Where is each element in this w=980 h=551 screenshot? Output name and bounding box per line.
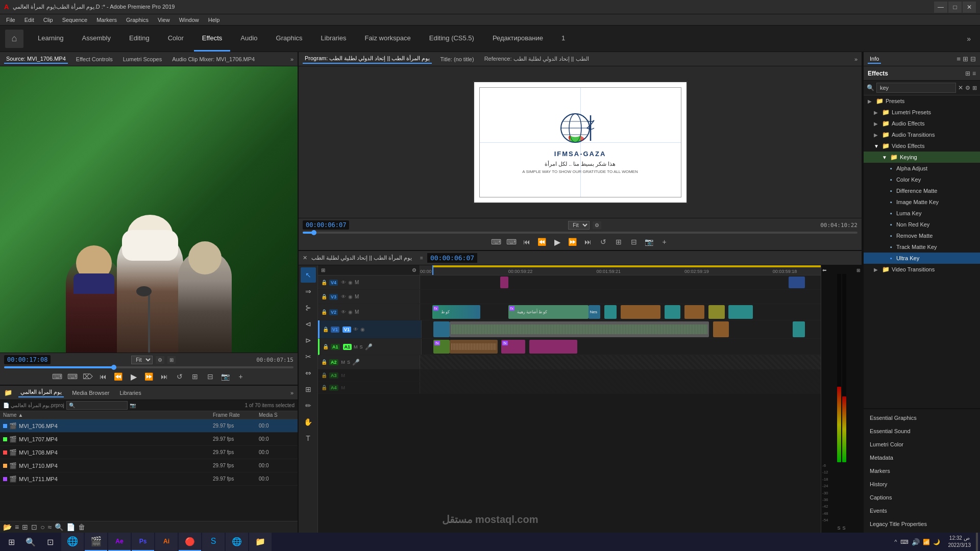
sync-icon-v1[interactable]: ◉ — [360, 327, 365, 332]
icon-view-btn[interactable]: ⊞ — [22, 523, 28, 531]
section-legacy-title[interactable]: Legacy Title Properties — [864, 517, 980, 531]
source-monitor-menu[interactable]: » — [290, 56, 293, 62]
nav-editing-cs55[interactable]: Editing (CS5.5) — [421, 26, 482, 52]
clip-a1-3[interactable]: fx — [501, 340, 525, 354]
section-history[interactable]: History — [864, 478, 980, 491]
menu-view[interactable]: View — [154, 16, 174, 24]
menu-help[interactable]: Help — [204, 16, 224, 24]
source-step-back-btn[interactable]: ⏪ — [112, 370, 125, 383]
project-item[interactable]: 🎬 MVI_1711.MP4 29.97 fps 00:0 — [0, 472, 298, 486]
source-mark-out-btn[interactable]: ⌨ — [66, 370, 79, 383]
menu-clip[interactable]: Clip — [39, 16, 57, 24]
taskbar-app-skype[interactable]: S — [202, 533, 225, 551]
menu-edit[interactable]: Edit — [20, 16, 38, 24]
project-item[interactable]: 🎬 MVI_1708.MP4 29.97 fps 00:0 — [0, 446, 298, 459]
section-essential-sound[interactable]: Essential Sound — [864, 424, 980, 438]
menu-window[interactable]: Window — [175, 16, 203, 24]
effects-view-toggle-btn[interactable]: ⊞ — [965, 70, 970, 77]
program-step-back-btn[interactable]: ⏪ — [536, 236, 548, 248]
tree-item-alpha-adjust[interactable]: ▪ Alpha Adjust — [864, 163, 980, 174]
tree-item-audio-effects[interactable]: ▶ 📁 Audio Effects — [864, 118, 980, 129]
nav-libraries[interactable]: Libraries — [313, 26, 355, 52]
tree-item-track-matte-key[interactable]: ▪ Track Matte Key — [864, 241, 980, 253]
start-button[interactable]: ⊞ — [2, 533, 20, 551]
a1-m-btn[interactable]: M — [354, 344, 358, 349]
source-overwrite-btn[interactable]: ⊟ — [204, 370, 216, 383]
clip-v1-main[interactable] — [450, 321, 709, 337]
source-add-btn[interactable]: + — [235, 370, 247, 383]
panel-collapse-btn[interactable]: ≡ — [957, 55, 961, 63]
lock-icon-a4[interactable]: 🔒 — [321, 385, 327, 390]
section-metadata[interactable]: Metadata — [864, 451, 980, 464]
nav-1[interactable]: 1 — [553, 26, 573, 52]
program-timecode[interactable]: 00:00:06:07 — [303, 220, 349, 230]
program-extract-btn[interactable]: ⊟ — [628, 236, 640, 248]
search-button[interactable]: 🔍 — [21, 533, 40, 551]
timeline-menu-icon[interactable]: ≡ — [420, 255, 423, 261]
eye-icon-v2[interactable]: 👁 — [341, 309, 346, 315]
tree-item-remove-matte[interactable]: ▪ Remove Matte — [864, 230, 980, 241]
menu-sequence[interactable]: Sequence — [58, 16, 92, 24]
taskbar-app-edge[interactable]: 🌐 — [61, 533, 84, 551]
section-lumetri-color[interactable]: Lumetri Color — [864, 438, 980, 451]
clip-v2-4[interactable] — [604, 305, 617, 319]
zoom-tool-btn[interactable]: T — [301, 431, 316, 446]
eye-icon-v3[interactable]: 👁 — [341, 294, 346, 299]
freeform-view-btn[interactable]: ⊡ — [31, 523, 37, 531]
source-play-btn[interactable]: ▶ — [128, 370, 140, 383]
taskbar-app-ae2[interactable]: 🔴 — [179, 533, 201, 551]
lock-icon-v2[interactable]: 🔒 — [321, 309, 327, 315]
program-settings-btn[interactable]: ⚙ — [593, 221, 601, 229]
clip-a1-1[interactable]: fx — [433, 340, 449, 354]
lock-icon-a2[interactable]: 🔒 — [321, 359, 327, 365]
clip-v1-4[interactable] — [793, 321, 804, 337]
search-filter-btn[interactable]: ⊞ — [972, 85, 977, 91]
program-add-btn[interactable]: + — [658, 236, 671, 248]
rolling-edit-btn[interactable]: ⊲ — [301, 316, 316, 332]
source-timecode[interactable]: 00:00:17:08 — [4, 355, 51, 364]
project-menu[interactable]: » — [290, 390, 293, 396]
program-lift-btn[interactable]: ⊞ — [612, 236, 625, 248]
ripple-edit-btn[interactable]: ⊱ — [301, 300, 316, 315]
clip-v2-7[interactable] — [684, 305, 704, 319]
clip-v2-8[interactable] — [708, 305, 724, 319]
eye-icon-v4[interactable]: 👁 — [341, 280, 346, 285]
rate-stretch-btn[interactable]: ⊳ — [301, 333, 316, 348]
taskbar-app-browser[interactable]: 🌐 — [226, 533, 248, 551]
v2-mute-icon[interactable]: M — [355, 309, 359, 315]
source-settings-btn[interactable]: ⚙ — [156, 356, 164, 364]
section-events[interactable]: Events — [864, 504, 980, 517]
program-goto-out-btn[interactable]: ⏭ — [582, 236, 594, 248]
sync-icon-v2[interactable]: ◉ — [348, 309, 353, 315]
project-search-input[interactable] — [66, 401, 128, 410]
nav-assembly[interactable]: Assembly — [74, 26, 119, 52]
sync-icon-v4[interactable]: ◉ — [348, 280, 353, 285]
program-step-fwd-btn[interactable]: ⏩ — [567, 236, 579, 248]
panel-close-btn[interactable]: ⊟ — [970, 55, 976, 63]
tree-item-luma-key[interactable]: ▪ Luma Key — [864, 208, 980, 219]
clip-a1-2[interactable] — [450, 340, 498, 354]
a3-m-btn[interactable]: M — [341, 373, 346, 378]
nav-effects[interactable]: Effects — [194, 26, 231, 52]
nav-color[interactable]: Color — [160, 26, 192, 52]
sort-btn[interactable]: ○ — [40, 523, 44, 531]
timeline-close-btn[interactable]: ✕ — [303, 255, 307, 261]
source-camera-btn[interactable]: 📷 — [219, 370, 232, 383]
taskbar-network-icon[interactable]: 📶 — [923, 539, 930, 545]
tab-project[interactable]: يوم المرأة العالمي — [18, 388, 64, 397]
search-clear-btn[interactable]: ✕ — [958, 84, 963, 91]
taskbar-app-explorer[interactable]: 📁 — [249, 533, 272, 551]
effects-search-input[interactable] — [876, 83, 956, 93]
tab-reference[interactable]: Reference: الطب || إتحاد الدولي لطلبة ال… — [482, 55, 591, 63]
tree-item-lumetri-presets[interactable]: ▶ 📁 Lumetri Presets — [864, 107, 980, 118]
source-fit-select[interactable]: Fit — [131, 356, 153, 364]
tab-libraries[interactable]: Libraries — [117, 389, 143, 397]
tab-source[interactable]: Source: MVI_1706.MP4 — [4, 55, 68, 64]
sync-icon-v3[interactable]: ◉ — [348, 294, 353, 299]
tree-item-ultra-key[interactable]: ▪ Ultra Key — [864, 253, 980, 264]
pen-btn[interactable]: ✏ — [301, 398, 316, 413]
program-scrubber[interactable] — [303, 232, 857, 234]
source-loop-btn[interactable]: ↺ — [174, 370, 186, 383]
clip-a1-4[interactable] — [529, 340, 577, 354]
lock-icon-a1[interactable]: 🔒 — [323, 344, 329, 349]
